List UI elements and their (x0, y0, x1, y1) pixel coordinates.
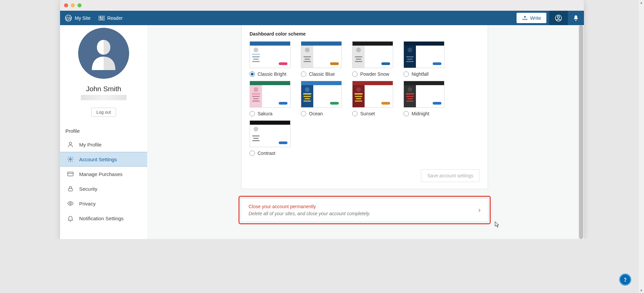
color-scheme-option[interactable]: Powder Snow (352, 41, 404, 77)
scheme-preview-thumbnail[interactable] (404, 81, 444, 108)
page-scrollbar[interactable]: ▲ ▼ (639, 0, 644, 239)
color-scheme-option[interactable]: Midnight (404, 81, 455, 116)
scheme-radio[interactable]: Classic Blue (301, 71, 352, 77)
settings-card: Dashboard color scheme Classic Bright (241, 25, 488, 189)
person-icon (67, 141, 74, 148)
avatar-placeholder-icon (87, 37, 120, 70)
svg-rect-13 (68, 188, 72, 191)
content-scrollbar-thumb[interactable] (579, 25, 583, 239)
logout-button[interactable]: Log out (91, 108, 116, 117)
sidebar-item-notification-settings[interactable]: Notification Settings (60, 211, 147, 226)
scheme-label: Powder Snow (360, 71, 389, 77)
color-scheme-option[interactable]: Ocean (301, 81, 352, 116)
scheme-radio[interactable]: Ocean (301, 111, 352, 116)
radio-icon (352, 71, 358, 77)
user-name: John Smith (86, 85, 121, 93)
content-area: Dashboard color scheme Classic Bright (147, 25, 584, 239)
svg-rect-2 (100, 16, 101, 18)
scheme-preview-thumbnail[interactable] (352, 41, 393, 68)
color-scheme-option[interactable]: Contrast (250, 120, 301, 156)
avatar[interactable] (78, 28, 129, 79)
radio-icon (301, 71, 306, 77)
scheme-label: Midnight (412, 111, 429, 116)
lock-icon (67, 185, 74, 192)
gear-icon (67, 156, 74, 163)
profile-icon-button[interactable] (549, 11, 568, 25)
reader-icon (99, 16, 105, 20)
sidebar-item-label: Notification Settings (79, 216, 124, 221)
scheme-label: Classic Bright (258, 71, 286, 77)
scheme-radio[interactable]: Sunset (352, 111, 404, 116)
scheme-preview-thumbnail[interactable] (404, 41, 444, 68)
sidebar-item-label: Privacy (79, 201, 96, 207)
content-scrollbar-track[interactable] (578, 25, 584, 239)
scheme-label: Contrast (258, 151, 275, 156)
scheme-preview-thumbnail[interactable] (352, 81, 393, 108)
window-maximize-button[interactable] (77, 3, 82, 7)
wordpress-logo-icon (65, 14, 72, 22)
radio-icon (404, 71, 409, 77)
close-account-title: Close your account permanently (249, 204, 370, 209)
window-close-button[interactable] (64, 3, 68, 7)
svg-rect-4 (100, 19, 104, 19)
color-scheme-option[interactable]: Nightfall (404, 41, 455, 77)
sidebar-heading: Profile (60, 123, 147, 137)
sidebar-item-label: Account Settings (79, 157, 117, 162)
radio-icon (250, 71, 255, 77)
nav-my-site[interactable]: My Site (65, 14, 91, 22)
radio-icon (301, 111, 306, 116)
sidebar: John Smith Log out Profile My Profile Ac… (60, 25, 147, 239)
scheme-radio[interactable]: Classic Bright (250, 71, 301, 77)
sidebar-item-privacy[interactable]: Privacy (60, 196, 147, 211)
eye-icon (67, 200, 74, 207)
scheme-preview-thumbnail[interactable] (250, 41, 290, 68)
window-titlebar (60, 0, 584, 11)
color-scheme-option[interactable]: Classic Blue (301, 41, 352, 77)
scheme-label: Sakura (258, 111, 272, 116)
scroll-up-icon[interactable]: ▲ (640, 1, 643, 4)
notifications-button[interactable] (568, 11, 584, 25)
svg-rect-6 (102, 17, 104, 17)
user-handle-redacted (81, 95, 126, 100)
radio-icon (352, 111, 358, 116)
color-scheme-option[interactable]: Classic Bright (250, 41, 301, 77)
nav-reader-label: Reader (107, 15, 123, 21)
sidebar-item-label: Manage Purchases (79, 171, 122, 177)
radio-icon (250, 111, 255, 116)
svg-point-8 (557, 16, 559, 18)
sidebar-item-account-settings[interactable]: Account Settings (60, 152, 147, 167)
scheme-preview-thumbnail[interactable] (250, 81, 290, 108)
scheme-preview-thumbnail[interactable] (301, 41, 342, 68)
scheme-radio[interactable]: Contrast (250, 151, 301, 156)
scheme-radio[interactable]: Nightfall (404, 71, 455, 77)
svg-rect-3 (100, 18, 104, 18)
write-button[interactable]: Write (517, 13, 546, 23)
color-scheme-option[interactable]: Sunset (352, 81, 404, 116)
color-scheme-option[interactable]: Sakura (250, 81, 301, 116)
svg-point-10 (69, 142, 72, 144)
sidebar-item-my-profile[interactable]: My Profile (60, 137, 147, 152)
scheme-preview-thumbnail[interactable] (301, 81, 342, 108)
scheme-radio[interactable]: Midnight (404, 111, 455, 116)
scheme-label: Sunset (360, 111, 375, 116)
card-icon (67, 171, 74, 177)
close-account-panel[interactable]: Close your account permanently Delete al… (241, 198, 488, 222)
write-button-label: Write (530, 15, 541, 21)
nav-reader[interactable]: Reader (99, 15, 123, 21)
sidebar-item-security[interactable]: Security (60, 181, 147, 196)
svg-rect-1 (99, 16, 105, 20)
write-icon (522, 15, 528, 21)
close-account-highlight: Close your account permanently Delete al… (238, 196, 491, 224)
sidebar-item-manage-purchases[interactable]: Manage Purchases (60, 167, 147, 181)
scheme-label: Nightfall (412, 71, 429, 77)
save-account-settings-button[interactable]: Save account settings (421, 169, 480, 182)
scheme-radio[interactable]: Sakura (250, 111, 301, 116)
topbar: My Site Reader Write (60, 11, 584, 25)
window-minimize-button[interactable] (71, 3, 75, 7)
scheme-preview-thumbnail[interactable] (250, 120, 290, 147)
nav-my-site-label: My Site (75, 15, 91, 21)
profile-circle-icon (555, 14, 562, 22)
color-scheme-grid: Classic Bright Classic Blue (250, 41, 480, 160)
section-title: Dashboard color scheme (250, 31, 480, 37)
scheme-radio[interactable]: Powder Snow (352, 71, 404, 77)
